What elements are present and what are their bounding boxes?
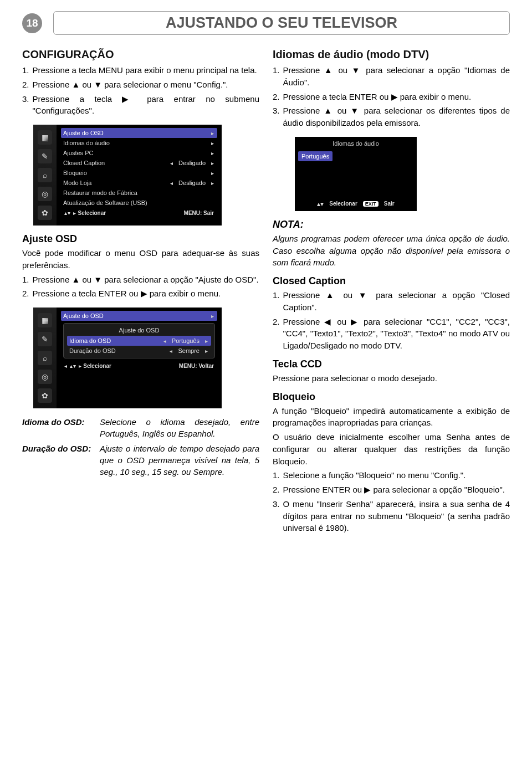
config-step-2: Pressione ▲ ou ▼ para selecionar o menu … [33,79,259,91]
list-marker: 2. [273,484,283,496]
osd-row-label: Idiomas do áudio [63,140,210,146]
chevron-right-icon: ▸ [210,140,215,146]
def-duracao-desc: Ajuste o intervalo de tempo desejado par… [100,443,259,478]
exit-badge: EXIT [363,201,378,207]
ajuste-intro: Você pode modificar o menu OSD para adeq… [22,247,259,271]
ajuste-step-1: Pressione ▲ ou ▼ para selecionar a opção… [33,274,259,286]
audio-step-3: Pressione ▲ ou ▼ para selecionar os dife… [283,105,510,129]
osd-row-value: Português [167,337,204,344]
ajuste-step-2: Pressione a tecla ENTER ou ▶ para exibir… [33,288,259,300]
osd-side-label: CONFIG. [25,136,32,163]
config-heading: CONFIGURAÇÃO [22,48,259,61]
osd-small-sair-label: Sair [384,201,395,207]
search-icon: ⌕ [38,351,52,365]
osd-row: Bloqueio▸ [61,168,217,178]
osd-audio-languages: Idiomas do áudio Português ▴▾ Selecionar… [295,137,417,211]
osd-row-label: Closed Caption [63,160,169,166]
osd-ajuste-panel: CONFIG. ▦ ✎ ⌕ ◎ ✿ Ajuste do OSD ▸ [33,308,222,408]
disc-icon: ◎ [38,187,52,201]
audio-step-2: Pressione a tecla ENTER ou ▶ para exibir… [283,91,510,103]
list-marker: 3. [273,105,283,129]
osd-row-label: Idioma do OSD [69,337,162,344]
osd-footer-left: ◂ ▴▾ ▸ Selecionar [64,363,111,369]
def-duracao-term: Duração do OSD: [22,443,100,478]
audio-heading: Idiomas de áudio (modo DTV) [273,48,510,61]
bloqueio-p2: O usuário deve inicialmente escolher uma… [273,431,510,467]
gear-icon: ✿ [38,206,52,220]
osd-sub-title: Ajuste do OSD [67,326,211,336]
osd-sub-panel: Ajuste do OSD Idioma do OSD◂Português▸Du… [63,323,215,358]
osd-row: Closed Caption◂Desligado▸ [61,158,217,168]
page-number-badge: 18 [22,13,42,33]
osd-row-label: Ajuste do OSD [63,130,210,136]
osd-sub-row: Duração do OSD◂Sempre▸ [67,346,211,356]
chevron-right-icon: ▸ [210,180,215,186]
list-marker: 1. [273,64,283,89]
audio-step-1: Pressione ▲ ou ▼ para selecionar a opção… [283,64,510,89]
chevron-left-icon: ◂ [169,180,174,186]
chevron-left-icon: ◂ [162,338,167,344]
list-marker: 1. [22,274,33,286]
page-title: AJUSTANDO O SEU TELEVISOR [53,11,510,35]
osd-footer-right: MENU: Voltar [179,363,214,369]
ccd-heading: Tecla CCD [273,358,510,370]
osd-row-label: Ajustes PC [63,150,210,156]
list-marker: 3. [22,93,33,117]
def-idioma-term: Idioma do OSD: [22,416,100,439]
list-marker: 2. [273,316,283,352]
osd-row-label: Restaurar modo de Fábrica [63,189,215,196]
cc-step-1: Pressione ▲ ou ▼ para selecionar a opção… [283,289,510,314]
osd-side-icons: ▦ ✎ ⌕ ◎ ✿ [33,308,57,408]
chevron-right-icon: ▸ [204,348,209,354]
osd-row-selected: Ajuste do OSD ▸ [61,311,217,321]
osd-row: Modo Loja◂Desligado▸ [61,178,217,188]
osd-side-label: CONFIG. [25,319,32,346]
chevron-left-icon: ◂ [168,348,173,354]
osd-footer-right: MENU: Sair [184,210,214,216]
osd-side-icons: ▦ ✎ ⌕ ◎ ✿ [33,125,57,226]
bloqueio-p1: A função "Bloqueio" impedirá automaticam… [273,405,510,429]
osd-row-label: Atualização de Software (USB) [63,199,215,206]
list-marker: 1. [22,64,33,76]
list-marker: 2. [22,288,33,300]
osd-config-panel: CONFIG. ▦ ✎ ⌕ ◎ ✿ Ajuste do OSD ▸ Idioma… [33,125,222,226]
osd-sub-row: Idioma do OSD◂Português▸ [67,336,211,346]
osd-row: Atualização de Software (USB) [61,198,217,208]
osd-row-selected: Ajuste do OSD ▸ [61,128,217,138]
osd-row: Idiomas do áudio▸ [61,138,217,148]
cc-heading: Closed Caption [273,275,510,287]
cc-step-2: Pressione ◀ ou ▶ para selecionar "CC1", … [283,316,510,352]
tv-icon: ▦ [38,313,52,327]
chevron-right-icon: ▸ [210,150,215,156]
tools-icon: ✎ [38,332,52,346]
chevron-right-icon: ▸ [204,338,209,344]
chevron-right-icon: ▸ [210,313,215,319]
list-marker: 3. [273,498,283,534]
bloqueio-step-2: Pressione ENTER ou ▶ para selecionar a o… [283,484,510,496]
osd-row-value: Sempre [173,347,204,354]
config-step-1: Pressione a tecla MENU para exibir o men… [33,64,259,76]
list-marker: 2. [22,79,33,91]
osd-small-selected-item: Português [298,151,332,161]
osd-small-select-label: Selecionar [329,201,357,207]
list-marker: 1. [273,289,283,314]
tools-icon: ✎ [38,149,52,163]
ccd-text: Pressione para selecionar o modo desejad… [273,372,510,385]
chevron-right-icon: ▸ [210,170,215,176]
def-idioma-desc: Selecione o idioma desejado, entre Portu… [100,416,259,439]
gear-icon: ✿ [38,388,52,403]
updown-icon: ▴▾ [317,200,324,208]
ajuste-osd-heading: Ajuste OSD [22,233,259,245]
list-marker: 2. [273,91,283,103]
disc-icon: ◎ [38,370,52,384]
config-step-3: Pressione a tecla ▶ para entrar no subme… [33,93,259,117]
chevron-right-icon: ▸ [210,130,215,136]
list-marker: 1. [273,469,283,481]
osd-footer-left: ▴▾ ▸ Selecionar [64,210,106,216]
tv-icon: ▦ [38,130,52,145]
osd-row: Restaurar modo de Fábrica [61,188,217,198]
bloqueio-step-3: O menu "Inserir Senha" aparecerá, insira… [283,498,510,534]
search-icon: ⌕ [38,168,52,182]
osd-row: Ajustes PC▸ [61,148,217,158]
bloqueio-heading: Bloqueio [273,391,510,403]
